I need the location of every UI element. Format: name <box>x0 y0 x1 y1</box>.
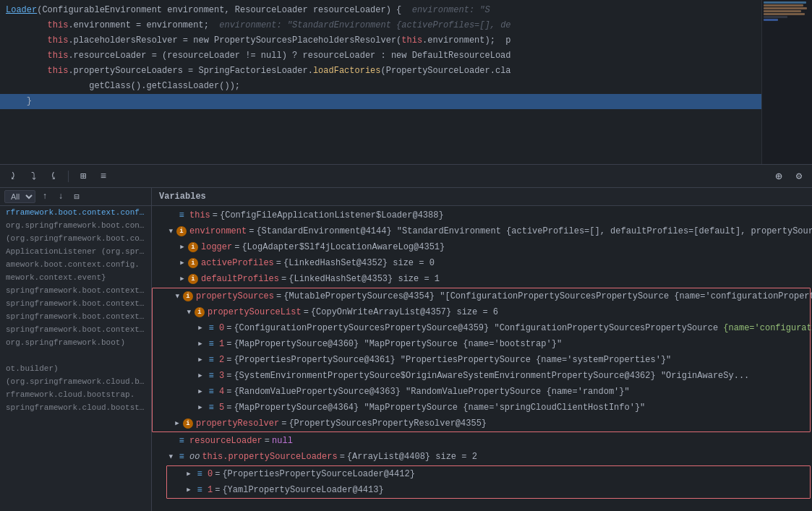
var-value: {PropertiesPropertySource@4361} "Propert… <box>234 353 671 366</box>
frame-item[interactable]: ApplicationListener (org.springfr <box>0 245 151 258</box>
code-editor: Loader(ConfigurableEnvironment environme… <box>0 0 812 165</box>
var-name: activeProfiles <box>201 257 274 270</box>
code-line: this.environment = environment; environm… <box>0 18 812 33</box>
layout-button[interactable]: ≡ <box>96 169 111 184</box>
frame-item[interactable]: (org.springframework.cloud.bootst <box>0 375 151 388</box>
code-token <box>6 19 48 33</box>
var-item-defaultProfiles[interactable]: i defaultProfiles = {LinkedHashSet@4353}… <box>152 271 812 287</box>
var-op: = <box>276 257 281 270</box>
var-value: {LinkedHashSet@4352} size = 0 <box>283 257 435 270</box>
var-value-extra: {name='configurationProperties'}" <box>718 322 812 335</box>
var-item-loader-0[interactable]: 0 = {PropertiesPropertySourceLoader@4412… <box>167 466 810 482</box>
code-token-this: this <box>48 49 69 63</box>
info-icon: i <box>176 226 187 236</box>
var-type-icon <box>195 469 205 479</box>
frame-item[interactable]: springframework.boot.context.event) <box>0 323 151 336</box>
var-name: 1 <box>208 484 213 497</box>
step-into-button[interactable]: ⤵ <box>26 169 40 184</box>
var-op: = <box>215 484 220 497</box>
bottom-section: All ↑ ↓ ⊟ rframework.boot.context.config… <box>0 188 812 511</box>
table-view-button[interactable]: ⊞ <box>76 169 90 184</box>
var-value: {ConfigFileApplicationListener$Loader@43… <box>220 209 444 222</box>
var-item-propertyResolver[interactable]: i propertyResolver = {PropertySourcesPro… <box>153 416 810 431</box>
var-item-1[interactable]: 1 = {MapPropertySource@4360} "MapPropert… <box>153 336 810 352</box>
var-value: {YamlPropertySourceLoader@4413} <box>222 484 383 497</box>
var-item-loader-1[interactable]: 1 = {YamlPropertySourceLoader@4413} <box>167 482 810 498</box>
step-over-button[interactable]: ⤸ <box>6 169 20 184</box>
var-name: 0 <box>219 322 224 335</box>
var-type-icon <box>206 323 216 333</box>
expand-arrow <box>184 470 193 478</box>
var-item-environment[interactable]: i environment = {StandardEnvironment@414… <box>152 223 812 239</box>
var-item-3[interactable]: 3 = {SystemEnvironmentPropertySource$Ori… <box>153 368 810 384</box>
red-border-propertySources: i propertySources = {MutablePropertySour… <box>152 288 811 432</box>
var-value: {MutablePropertySources@4354} "[Configur… <box>283 290 812 303</box>
var-op: = <box>304 306 309 319</box>
left-panel: All ↑ ↓ ⊟ rframework.boot.context.config… <box>0 188 152 511</box>
var-name: resourceLoader <box>189 434 262 447</box>
var-value: {RandomValuePropertySource@4363} "Random… <box>234 385 629 398</box>
var-type-icon <box>176 452 187 462</box>
var-item-0[interactable]: 0 = {ConfigurationPropertySourcesPropert… <box>153 320 810 336</box>
filter-button[interactable]: ⊟ <box>70 190 83 203</box>
frame-item[interactable]: rframework.boot.context.config} <box>0 206 151 219</box>
code-token: environment: "S <box>412 4 490 17</box>
var-op: = <box>226 353 231 366</box>
frame-item[interactable]: amework.boot.context.config. <box>0 258 151 271</box>
filter-dropdown[interactable]: All <box>4 190 35 203</box>
frame-item[interactable]: org.springframework.boot) <box>0 336 151 349</box>
var-op: = <box>226 401 231 414</box>
var-item-resourceLoader[interactable]: resourceLoader = null <box>152 433 812 449</box>
var-name: this <box>189 209 210 222</box>
code-token <box>6 64 48 78</box>
var-name: defaultProfiles <box>201 272 279 285</box>
var-item-propertySources[interactable]: i propertySources = {MutablePropertySour… <box>153 288 810 304</box>
move-down-button[interactable]: ↓ <box>54 190 67 203</box>
variables-panel: Variables this = {ConfigFileApplicationL… <box>152 188 812 511</box>
code-token <box>6 34 48 48</box>
frame-item[interactable] <box>0 349 151 362</box>
code-line: Loader(ConfigurableEnvironment environme… <box>0 3 812 18</box>
frame-item[interactable]: mework.context.event} <box>0 271 151 284</box>
code-line-highlighted: } <box>0 94 812 109</box>
expand-arrow <box>196 403 205 412</box>
var-value: {MapPropertySource@4364} "MapPropertySou… <box>234 401 645 414</box>
var-value: {LinkedHashSet@4353} size = 1 <box>289 272 440 285</box>
frame-item[interactable]: springframework.cloud.bootstrap) <box>0 401 151 414</box>
var-item-logger[interactable]: i logger = {LogAdapter$Slf4jLocationAwar… <box>152 239 812 255</box>
code-token: .resourceLoader = (resourceLoader != nul… <box>68 49 510 63</box>
frame-item[interactable]: rframework.cloud.bootstrap. <box>0 388 151 401</box>
var-name: 0 <box>208 468 213 481</box>
var-item-propertySourceLoaders[interactable]: oo this.propertySourceLoaders = {ArrayLi… <box>152 449 812 465</box>
move-up-button[interactable]: ↑ <box>38 190 51 203</box>
var-value: {PropertySourcesPropertyResolver@4355} <box>289 417 487 430</box>
var-item-this[interactable]: this = {ConfigFileApplicationListener$Lo… <box>152 207 812 223</box>
frame-item[interactable]: springframework.boot.context.event <box>0 297 151 310</box>
frame-item[interactable]: (org.springframework.boot.contex <box>0 232 151 245</box>
step-out-button[interactable]: ⤹ <box>46 169 61 184</box>
oo-prefix: oo <box>189 450 200 463</box>
frame-item[interactable]: org.springframework.boot.context. <box>0 219 151 232</box>
frame-item[interactable]: springframework.boot.context.event) <box>0 310 151 323</box>
var-item-4[interactable]: 4 = {RandomValuePropertySource@4363} "Ra… <box>153 384 810 400</box>
frame-item[interactable]: ot.builder) <box>0 362 151 375</box>
expand-arrow <box>166 437 175 445</box>
code-token: .placeholdersResolver = new PropertySour… <box>68 34 401 48</box>
var-item-5[interactable]: 5 = {MapPropertySource@4364} "MapPropert… <box>153 400 810 416</box>
var-name: environment <box>189 225 247 238</box>
var-value: {StandardEnvironment@4144} "StandardEnvi… <box>256 225 812 238</box>
code-token: environment: "StandardEnvironment {activ… <box>219 19 510 33</box>
var-value: {MapPropertySource@4360} "MapPropertySou… <box>234 338 562 351</box>
expand-arrow <box>196 387 205 396</box>
globe-icon[interactable]: ⊕ <box>772 169 786 184</box>
code-token <box>6 49 48 63</box>
var-name: 4 <box>219 385 224 398</box>
toolbar-separator <box>68 171 69 182</box>
var-name: propertySourceList <box>208 306 302 319</box>
var-item-2[interactable]: 2 = {PropertiesPropertySource@4361} "Pro… <box>153 352 810 368</box>
var-item-propertySourceList[interactable]: i propertySourceList = {CopyOnWriteArray… <box>153 304 810 320</box>
var-name: 3 <box>219 369 224 382</box>
frame-item[interactable]: springframework.boot.context.even <box>0 284 151 297</box>
var-item-activeProfiles[interactable]: i activeProfiles = {LinkedHashSet@4352} … <box>152 255 812 271</box>
gear-icon[interactable]: ⚙ <box>792 169 806 184</box>
